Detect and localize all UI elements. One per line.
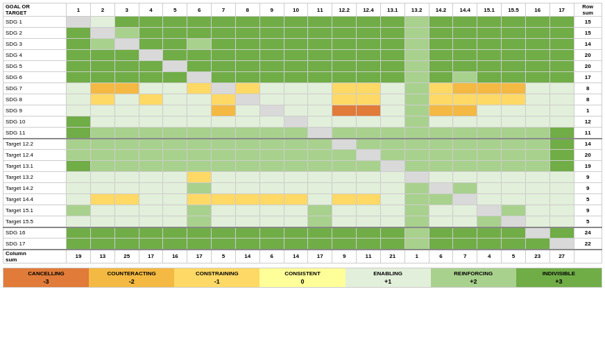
- cell-14: [404, 161, 429, 172]
- cell-14: [404, 150, 429, 161]
- cell-9: [284, 227, 308, 239]
- cell-8: [259, 239, 284, 250]
- row-sum: 1: [574, 105, 602, 116]
- cell-15: [429, 183, 453, 194]
- cell-18: [502, 239, 526, 250]
- cell-5: [187, 194, 212, 205]
- cell-4: [163, 17, 187, 28]
- cell-4: [163, 227, 187, 239]
- cell-12: [357, 239, 381, 250]
- cell-19: [525, 50, 549, 61]
- cell-20: [549, 28, 574, 39]
- cell-5: [187, 216, 212, 227]
- cell-18: [502, 150, 526, 161]
- col-header-11: 11: [308, 3, 332, 17]
- cell-3: [139, 72, 163, 83]
- cell-17: [477, 61, 502, 72]
- cell-5: [187, 116, 212, 128]
- legend-value-consistent: 0: [300, 278, 304, 285]
- cell-15: [429, 227, 453, 239]
- cell-20: [549, 17, 574, 28]
- col-header-10: 10: [284, 3, 308, 17]
- cell-5: [187, 183, 212, 194]
- cell-3: [139, 61, 163, 72]
- cell-3: [139, 116, 163, 128]
- cell-1: [90, 139, 114, 150]
- legend-label-constraining: CONSTRAINING: [196, 270, 239, 277]
- cell-12: [357, 94, 381, 105]
- cell-15: [429, 105, 453, 116]
- cell-8: [259, 128, 284, 139]
- cell-4: [163, 194, 187, 205]
- cell-17: [477, 239, 502, 250]
- cell-18: [502, 128, 526, 139]
- row-label: SDG 4: [3, 50, 67, 61]
- cell-2: [114, 183, 139, 194]
- cell-13: [380, 105, 404, 116]
- cell-3: [139, 94, 163, 105]
- cell-11: [332, 105, 357, 116]
- cell-9: [284, 172, 308, 183]
- cell-0: [67, 72, 91, 83]
- cell-9: [284, 39, 308, 50]
- col-header-7: 7: [212, 3, 236, 17]
- cell-13: [380, 28, 404, 39]
- cell-4: [163, 239, 187, 250]
- cell-6: [212, 239, 236, 250]
- cell-15: [429, 72, 453, 83]
- row-label: Target 12.4: [3, 150, 67, 161]
- row-label: SDG 9: [3, 105, 67, 116]
- cell-12: [357, 128, 381, 139]
- table-row: Target 13.29: [3, 172, 602, 183]
- cell-15: [429, 28, 453, 39]
- cell-3: [139, 139, 163, 150]
- row-sum: 17: [574, 72, 602, 83]
- cell-11: [332, 150, 357, 161]
- cell-5: [187, 61, 212, 72]
- cell-13: [380, 17, 404, 28]
- cell-0: [67, 28, 91, 39]
- cell-15: [429, 61, 453, 72]
- cell-16: [453, 227, 477, 239]
- cell-13: [380, 205, 404, 216]
- cell-17: [477, 161, 502, 172]
- row-label: SDG 10: [3, 116, 67, 128]
- cell-15: [429, 172, 453, 183]
- cell-3: [139, 28, 163, 39]
- cell-0: [67, 17, 91, 28]
- legend-item-indivisible: INDIVISIBLE+3: [516, 268, 602, 287]
- cell-8: [259, 17, 284, 28]
- cell-3: [139, 227, 163, 239]
- col-sum-6: 5: [212, 250, 236, 263]
- cell-8: [259, 72, 284, 83]
- cell-11: [332, 194, 357, 205]
- row-label: SDG 1: [3, 17, 67, 28]
- col-header-6: 6: [187, 3, 212, 17]
- cell-1: [90, 161, 114, 172]
- cell-20: [549, 161, 574, 172]
- legend-value-counteracting: -2: [129, 278, 135, 285]
- cell-18: [502, 17, 526, 28]
- col-sum-12: 11: [357, 250, 381, 263]
- row-sum: 20: [574, 50, 602, 61]
- cell-18: [502, 116, 526, 128]
- cell-13: [380, 83, 404, 94]
- cell-19: [525, 227, 549, 239]
- legend-item-counteracting: COUNTERACTING-2: [89, 268, 174, 287]
- row-sum: 12: [574, 116, 602, 128]
- cell-10: [308, 194, 332, 205]
- row-label: Target 13.2: [3, 172, 67, 183]
- col-header-12.2: 12.2: [332, 3, 357, 17]
- cell-4: [163, 72, 187, 83]
- cell-8: [259, 105, 284, 116]
- col-sum-14: 1: [404, 250, 429, 263]
- cell-18: [502, 50, 526, 61]
- cell-18: [502, 61, 526, 72]
- row-sum-header: Rowsum: [574, 3, 602, 17]
- cell-3: [139, 239, 163, 250]
- cell-10: [308, 39, 332, 50]
- row-label: SDG 17: [3, 239, 67, 250]
- cell-5: [187, 28, 212, 39]
- cell-9: [284, 139, 308, 150]
- cell-0: [67, 194, 91, 205]
